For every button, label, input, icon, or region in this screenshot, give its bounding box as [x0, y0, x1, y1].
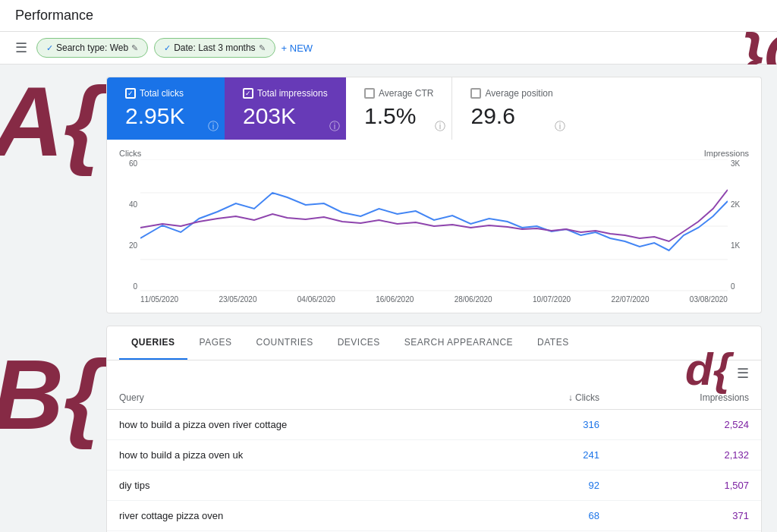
search-type-edit-icon: ✎ — [131, 43, 138, 53]
tab-search-appearance[interactable]: SEARCH APPEARANCE — [392, 326, 525, 360]
tab-queries[interactable]: QUERIES — [119, 326, 187, 360]
metric-total-impressions[interactable]: ✓ Total impressions 203K ⓘ — [225, 77, 346, 140]
new-button[interactable]: + NEW — [282, 42, 313, 54]
query-cell: river cottage pizza oven — [107, 501, 499, 531]
clicks-cell: 316 — [499, 410, 612, 440]
table-toolbar: d{ ☰ — [107, 360, 761, 386]
col-header-impressions: Impressions — [612, 386, 761, 410]
date-checkmark: ✓ — [164, 43, 171, 53]
deco-a: A{ — [0, 72, 102, 171]
metric-position-info: ⓘ — [555, 120, 565, 134]
tab-devices[interactable]: DEVICES — [326, 326, 392, 360]
col-header-clicks[interactable]: ↓ Clicks — [499, 386, 612, 410]
deco-b: B{ — [0, 345, 102, 444]
tab-countries[interactable]: COUNTRIES — [244, 326, 325, 360]
impressions-cell: 1,507 — [612, 471, 761, 501]
metric-ctr-info: ⓘ — [435, 120, 445, 134]
metric-position-value: 29.6 — [470, 103, 552, 129]
metric-clicks-value: 2.95K — [125, 103, 206, 129]
x-axis-labels: 11/05/2020 23/05/2020 04/06/2020 16/06/2… — [119, 295, 749, 304]
page-title-bar: Performance — [0, 0, 777, 32]
clicks-cell: 241 — [499, 440, 612, 471]
table-row[interactable]: diy tips 92 1,507 — [107, 471, 761, 501]
new-button-label: + NEW — [282, 42, 313, 54]
clicks-line — [140, 193, 728, 250]
chart-svg — [140, 159, 728, 292]
col-header-query: Query — [107, 386, 499, 410]
metric-impressions-info: ⓘ — [329, 120, 340, 134]
table-row[interactable]: how to build a pizza oven uk 241 2,132 — [107, 440, 761, 471]
search-type-checkmark: ✓ — [46, 43, 53, 53]
tabs-section: QUERIES PAGES COUNTRIES DEVICES SEARCH A… — [106, 326, 762, 532]
metrics-row: ✓ Total clicks 2.95K ⓘ ✓ Total impressio… — [106, 77, 762, 140]
impressions-cell: 2,524 — [612, 410, 761, 440]
table-row[interactable]: river cottage pizza oven 68 371 — [107, 501, 761, 531]
search-type-label: Search type: Web — [56, 42, 128, 53]
query-cell: diy tips — [107, 471, 499, 501]
chart-container: Clicks Impressions 60 40 20 0 — [106, 140, 762, 313]
metric-ctr-value: 1.5% — [364, 103, 433, 129]
filter-bar: ☰ ✓ Search type: Web ✎ ✓ Date: Last 3 mo… — [0, 32, 777, 65]
clicks-cell: 68 — [499, 501, 612, 531]
filter-icon[interactable]: ☰ — [737, 365, 749, 382]
table-row[interactable]: how to build a pizza oven river cottage … — [107, 410, 761, 440]
metric-ctr-label: Average CTR — [364, 88, 433, 99]
y-axis-right: 3K 2K 1K 0 — [728, 159, 749, 292]
search-type-chip[interactable]: ✓ Search type: Web ✎ — [36, 38, 148, 58]
date-edit-icon: ✎ — [259, 43, 266, 53]
impressions-cell: 371 — [612, 501, 761, 531]
hamburger-icon[interactable]: ☰ — [15, 39, 27, 56]
date-label: Date: Last 3 months — [174, 42, 255, 53]
query-cell: how to build a pizza oven uk — [107, 440, 499, 471]
chart-right-axis-label: Impressions — [704, 149, 749, 158]
metric-avg-ctr[interactable]: Average CTR 1.5% ⓘ — [346, 77, 452, 140]
tabs-bar: QUERIES PAGES COUNTRIES DEVICES SEARCH A… — [107, 326, 761, 360]
tab-dates[interactable]: DATES — [525, 326, 581, 360]
chart-left-axis-label: Clicks — [119, 149, 141, 158]
impressions-cell: 2,132 — [612, 440, 761, 471]
metric-avg-position[interactable]: Average position 29.6 ⓘ — [452, 77, 571, 140]
metric-clicks-label: ✓ Total clicks — [125, 88, 206, 99]
date-chip[interactable]: ✓ Date: Last 3 months ✎ — [154, 38, 275, 58]
data-table: Query ↓ Clicks Impressions how to build … — [107, 386, 761, 532]
y-axis-left: 60 40 20 0 — [119, 159, 140, 292]
metric-clicks-info: ⓘ — [208, 120, 219, 134]
impressions-line — [140, 190, 728, 241]
page-title: Performance — [15, 8, 93, 23]
metric-total-clicks[interactable]: ✓ Total clicks 2.95K ⓘ — [107, 77, 225, 140]
metric-impressions-value: 203K — [243, 103, 328, 129]
metric-position-label: Average position — [470, 88, 552, 99]
clicks-cell: 92 — [499, 471, 612, 501]
query-cell: how to build a pizza oven river cottage — [107, 410, 499, 440]
tab-pages[interactable]: PAGES — [187, 326, 244, 360]
metric-impressions-label: ✓ Total impressions — [243, 88, 328, 99]
